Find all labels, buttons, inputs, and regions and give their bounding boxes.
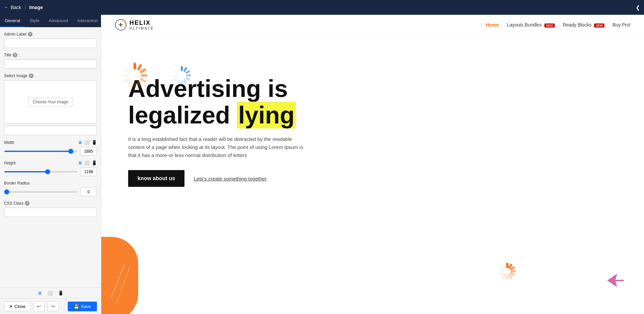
spinner-medium-icon — [121, 62, 148, 89]
know-about-us-button[interactable]: know about us — [128, 170, 184, 187]
admin-label-input[interactable] — [4, 39, 97, 48]
tablet-icon-width[interactable]: ⬜ — [84, 140, 90, 145]
hero-heading-line1: Advertising is — [128, 75, 288, 102]
css-class-help-icon[interactable]: ? — [25, 201, 30, 206]
select-image-help-icon[interactable]: ? — [29, 73, 34, 78]
title-input[interactable] — [4, 59, 97, 69]
svg-rect-4 — [137, 64, 143, 71]
site-logo: HELIX ULTIMATE — [115, 19, 154, 31]
bottom-tablet-icon[interactable]: ⬜ — [47, 291, 53, 296]
nav-link-ready-blocks[interactable]: Ready Blocks NEW — [563, 22, 604, 28]
close-button[interactable]: ✕ Close — [4, 302, 31, 311]
choose-image-button[interactable]: Choose Your Image — [29, 98, 72, 106]
width-label: Width — [4, 140, 14, 145]
bottom-bar: ✕ Close ↩ ↪ 💾 Save — [0, 298, 101, 314]
height-group: Height 🖥 ⬜ 📱 1198 — [4, 160, 97, 176]
tab-style[interactable]: Style — [25, 15, 44, 27]
svg-rect-15 — [181, 66, 183, 71]
logo-main-text: HELIX — [129, 19, 154, 27]
desktop-icon-height[interactable]: 🖥 — [78, 160, 82, 165]
admin-label-group: Admin Label ? — [4, 32, 97, 48]
height-label: Height — [4, 161, 16, 165]
logo-sub-text: ULTIMATE — [129, 27, 154, 30]
admin-label-help-icon[interactable]: ? — [28, 32, 33, 37]
panel-content: Admin Label ? Title ? Select Image ? — [0, 27, 101, 287]
height-number[interactable]: 1198 — [80, 167, 97, 176]
width-slider[interactable] — [4, 151, 77, 152]
right-content: HELIX ULTIMATE Home Layouts Bundles NEW … — [101, 15, 644, 314]
save-icon: 💾 — [74, 304, 79, 309]
hero-buttons: know about us Lets's create something to… — [128, 170, 617, 187]
border-radius-header: Border Radius — [4, 181, 97, 186]
svg-rect-33 — [506, 274, 508, 280]
tab-interaction[interactable]: Interaction — [73, 15, 101, 27]
svg-rect-20 — [183, 79, 187, 84]
image-extra-input[interactable] — [4, 126, 97, 135]
svg-marker-39 — [607, 274, 624, 287]
topbar-title: Image — [29, 5, 43, 10]
select-image-group: Select Image ? Choose Your Image — [4, 73, 97, 135]
bottom-device-row: 🖥 ⬜ 📱 — [0, 287, 101, 298]
logo-svg-icon — [115, 19, 127, 31]
nav-links: Home Layouts Bundles NEW Ready Blocks NE… — [486, 22, 631, 28]
spinner-small-icon — [498, 262, 517, 280]
svg-rect-11 — [123, 77, 130, 83]
css-class-group: CSS Class ? — [4, 201, 97, 217]
svg-rect-30 — [511, 270, 516, 272]
border-radius-number[interactable]: 0 — [80, 188, 97, 196]
desktop-icon-width[interactable]: 🖥 — [78, 140, 82, 145]
width-slider-row: 1885 — [4, 147, 97, 156]
height-device-icons: 🖥 ⬜ 📱 — [78, 160, 97, 165]
border-radius-slider-row: 0 — [4, 188, 97, 196]
svg-rect-17 — [185, 70, 191, 74]
svg-rect-7 — [140, 77, 147, 83]
nav-buy-pro-button[interactable]: Buy Pro! — [612, 22, 631, 28]
ready-blocks-badge: NEW — [594, 23, 604, 28]
site-nav: HELIX ULTIMATE Home Layouts Bundles NEW … — [101, 15, 644, 35]
svg-rect-12 — [122, 74, 129, 77]
create-something-link[interactable]: Lets's create something together — [194, 176, 267, 181]
back-button[interactable]: ← Back — [4, 5, 21, 10]
tab-bar: General Style Advanced Interaction — [0, 15, 101, 27]
svg-rect-9 — [133, 82, 136, 88]
tab-general[interactable]: General — [0, 15, 25, 27]
tab-advanced[interactable]: Advanced — [44, 15, 73, 27]
css-class-input[interactable] — [4, 208, 97, 217]
svg-rect-19 — [185, 77, 191, 81]
arrow-decoration-icon — [607, 274, 624, 287]
collapse-button[interactable]: ❮ — [636, 4, 640, 11]
topbar-divider: | — [24, 4, 26, 10]
width-number[interactable]: 1885 — [80, 147, 97, 156]
svg-rect-26 — [176, 67, 180, 72]
svg-rect-22 — [176, 79, 180, 84]
close-x-icon: ✕ — [9, 304, 13, 309]
nav-link-home[interactable]: Home — [486, 22, 499, 28]
title-help-icon[interactable]: ? — [13, 53, 17, 57]
nav-link-layouts[interactable]: Layouts Bundles NEW — [507, 22, 554, 28]
bottom-desktop-icon[interactable]: 🖥 — [38, 291, 42, 296]
title-label: Title ? — [4, 53, 97, 57]
tablet-icon-height[interactable]: ⬜ — [84, 160, 90, 165]
svg-rect-23 — [173, 77, 178, 81]
svg-rect-24 — [172, 74, 177, 76]
border-radius-group: Border Radius 0 — [4, 181, 97, 196]
width-device-icons: 🖥 ⬜ 📱 — [78, 140, 97, 145]
redo-button[interactable]: ↪ — [47, 301, 59, 311]
svg-rect-21 — [181, 80, 183, 85]
svg-rect-16 — [183, 67, 187, 72]
image-selector[interactable]: Choose Your Image — [4, 80, 97, 124]
top-bar: ← Back | Image ❮ — [0, 0, 644, 15]
save-button[interactable]: 💾 Save — [68, 302, 97, 311]
svg-rect-18 — [186, 74, 191, 76]
height-slider[interactable] — [4, 171, 77, 172]
border-radius-slider[interactable] — [4, 191, 77, 193]
hero-description: It is a long established fact that a rea… — [128, 135, 306, 159]
bottom-mobile-icon[interactable]: 📱 — [58, 291, 63, 296]
svg-line-1 — [111, 264, 125, 297]
mobile-icon-width[interactable]: 📱 — [92, 140, 97, 145]
undo-button[interactable]: ↩ — [33, 301, 45, 311]
height-header: Height 🖥 ⬜ 📱 — [4, 160, 97, 165]
svg-rect-6 — [141, 74, 148, 77]
svg-rect-10 — [127, 80, 133, 87]
mobile-icon-height[interactable]: 📱 — [92, 160, 97, 165]
